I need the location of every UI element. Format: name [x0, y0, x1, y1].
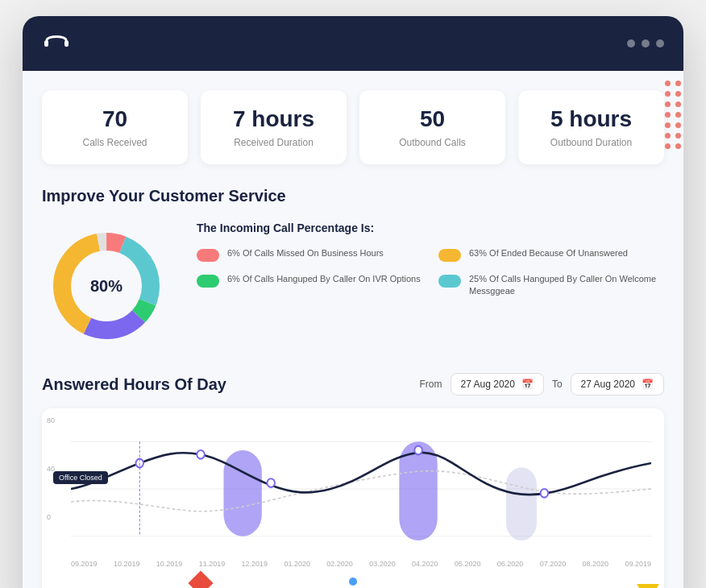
office-closed-badge: Office Closed — [53, 471, 108, 484]
outbound-duration-value: 5 hours — [531, 106, 651, 132]
legend-dot-green — [197, 275, 219, 288]
legend-dot-teal — [438, 275, 461, 288]
x-label-0: 09.2019 — [71, 560, 98, 568]
svg-rect-1 — [64, 40, 69, 47]
legend-item-2: 6% Of Calls Hanguped By Caller On IVR Op… — [197, 273, 422, 298]
legend-text-3: 25% Of Calls Hanguped By Caller On Welco… — [469, 273, 664, 298]
answered-hours-section: Answered Hours Of Day From 27 Aug 2020 📅… — [42, 373, 664, 588]
legend-dot-coral — [197, 249, 219, 262]
right-dot — [665, 122, 671, 128]
legend-area: The Incoming Call Percentage Is: 6% Of C… — [197, 222, 664, 298]
right-dot — [675, 143, 681, 149]
x-label-6: 02.2020 — [326, 560, 353, 568]
x-label-5: 01.2020 — [284, 560, 310, 568]
app-logo — [42, 29, 71, 58]
x-label-1: 10.2019 — [114, 560, 140, 568]
legend-dot-yellow — [438, 249, 461, 262]
titlebar — [23, 16, 683, 71]
outbound-duration-label: Outbound Duration — [531, 137, 651, 148]
y-label-40: 40 — [47, 465, 55, 473]
right-dot — [665, 101, 671, 107]
stat-card-calls-received: 70 Calls Received — [42, 90, 188, 164]
from-label: From — [420, 379, 442, 390]
right-dot — [675, 101, 681, 107]
deco-yellow-triangle — [637, 584, 659, 588]
right-dot — [665, 143, 671, 149]
stat-card-outbound-calls: 50 Outbound Calls — [359, 90, 505, 164]
x-label-11: 07.2020 — [540, 560, 567, 568]
customer-service-section: Improve Your Customer Service — [42, 187, 664, 350]
right-dot — [675, 122, 681, 128]
right-dot — [675, 133, 681, 139]
window-controls — [627, 39, 664, 48]
right-dot — [675, 112, 681, 118]
legend-text-0: 6% Of Calls Missed On Business Hours — [227, 247, 384, 259]
svg-rect-13 — [506, 467, 537, 540]
legend-grid: 6% Of Calls Missed On Business Hours 63%… — [197, 247, 664, 298]
to-date-input[interactable]: 27 Aug 2020 📅 — [571, 373, 664, 395]
x-label-2: 10.2019 — [156, 560, 183, 568]
right-dot — [665, 133, 671, 139]
right-dot — [675, 91, 681, 97]
legend-text-1: 63% Of Ended Because Of Unanswered — [469, 247, 628, 259]
right-dot — [665, 81, 671, 86]
svg-point-18 — [541, 489, 548, 498]
right-dot — [665, 112, 671, 118]
legend-item-3: 25% Of Calls Hanguped By Caller On Welco… — [438, 273, 664, 298]
window-dot-2 — [642, 39, 650, 48]
legend-title: The Incoming Call Percentage Is: — [197, 222, 664, 234]
right-dot — [665, 91, 671, 97]
received-duration-label: Received Duration — [214, 137, 334, 148]
legend-item-1: 63% Of Ended Because Of Unanswered — [438, 247, 664, 262]
svg-point-17 — [414, 446, 422, 455]
to-date-value: 27 Aug 2020 — [581, 379, 635, 390]
hours-header: Answered Hours Of Day From 27 Aug 2020 📅… — [42, 373, 664, 395]
y-label-0: 0 — [47, 513, 51, 521]
app-window: 70 Calls Received 7 hours Received Durat… — [23, 16, 683, 588]
x-label-3: 11.2019 — [199, 560, 226, 568]
main-content: 70 Calls Received 7 hours Received Durat… — [23, 71, 683, 588]
answered-hours-title: Answered Hours Of Day — [42, 375, 226, 394]
x-label-10: 06.2020 — [497, 560, 524, 568]
chart-x-labels: 09.2019 10.2019 10.2019 11.2019 12.2019 … — [55, 557, 651, 568]
right-dot — [675, 81, 681, 86]
legend-item-0: 6% Of Calls Missed On Business Hours — [197, 247, 422, 262]
window-dot-1 — [627, 39, 635, 48]
active-dot — [349, 578, 357, 586]
svg-rect-11 — [223, 450, 261, 536]
date-range: From 27 Aug 2020 📅 To 27 Aug 2020 📅 — [420, 373, 665, 395]
stat-card-outbound-duration: 5 hours Outbound Duration — [518, 90, 664, 164]
x-label-7: 03.2020 — [369, 560, 396, 568]
calendar-icon-from: 📅 — [521, 379, 534, 390]
svg-point-16 — [267, 478, 274, 487]
x-label-13: 09.2019 — [625, 560, 651, 568]
donut-percent: 80% — [90, 277, 123, 296]
window-dot-3 — [656, 39, 664, 48]
x-label-8: 04.2020 — [412, 560, 438, 568]
calls-received-label: Calls Received — [55, 137, 175, 148]
chart-svg — [71, 424, 651, 553]
x-label-12: 08.2020 — [583, 560, 609, 568]
svg-point-15 — [197, 450, 204, 459]
calls-received-value: 70 — [55, 106, 175, 132]
right-dots-decoration — [665, 81, 683, 149]
from-date-input[interactable]: 27 Aug 2020 📅 — [451, 373, 544, 395]
stat-card-received-duration: 7 hours Received Duration — [201, 90, 347, 164]
to-label: To — [552, 379, 563, 390]
chart-pagination-dot — [55, 574, 651, 588]
x-label-4: 12.2019 — [242, 560, 268, 568]
x-label-9: 05.2020 — [455, 560, 481, 568]
donut-chart: 80% — [42, 222, 171, 350]
stats-grid: 70 Calls Received 7 hours Received Durat… — [42, 90, 664, 164]
calendar-icon-to: 📅 — [642, 379, 654, 390]
outbound-calls-value: 50 — [372, 106, 492, 132]
received-duration-value: 7 hours — [214, 106, 334, 132]
svg-rect-0 — [44, 40, 48, 47]
from-date-value: 27 Aug 2020 — [461, 379, 515, 390]
chart-area: Office Closed 80 40 0 — [42, 408, 664, 588]
customer-inner: 80% The Incoming Call Percentage Is: 6% … — [42, 222, 664, 350]
y-label-80: 80 — [47, 416, 55, 424]
customer-service-title: Improve Your Customer Service — [42, 187, 664, 205]
outbound-calls-label: Outbound Calls — [372, 137, 492, 148]
legend-text-2: 6% Of Calls Hanguped By Caller On IVR Op… — [227, 273, 421, 285]
